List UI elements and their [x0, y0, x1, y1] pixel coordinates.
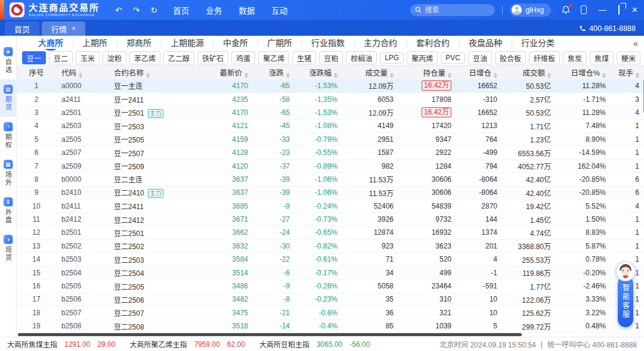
column-header[interactable]: 最新价 — [209, 66, 256, 79]
sidebar-item[interactable]: $外盘 — [0, 192, 17, 229]
table-row[interactable]: 16b2505豆二25053486-9-0.26%505823464-5911.… — [17, 279, 644, 293]
table-row[interactable]: 14b2503豆二25033584-22-0.61%715204255.53万0… — [17, 253, 644, 266]
exchange-tab[interactable]: 套利合约 — [407, 36, 459, 51]
commodity-pill[interactable]: 豆二 — [49, 51, 73, 64]
column-header[interactable]: 合约名称 — [109, 66, 209, 79]
maximize-button[interactable] — [618, 5, 620, 14]
sidebar-item[interactable]: ★自选 — [0, 42, 17, 79]
table-row[interactable]: 13b2502豆二25023632-30-0.82%92336232013368… — [17, 240, 644, 253]
page-tab[interactable]: 首页 — [5, 21, 39, 36]
table-row[interactable]: 5a2505豆一25054159-33-0.79%295193477641.23… — [17, 133, 644, 146]
commodity-pill[interactable]: 鸡蛋 — [231, 51, 255, 64]
sidebar-item[interactable]: ◑现货 — [0, 229, 17, 267]
cell-code: b2412 — [56, 213, 109, 226]
column-header[interactable]: 代码 — [56, 66, 109, 79]
table-row[interactable]: 19b2508豆二25083518-14-0.4%8510395299.72万0… — [17, 319, 644, 333]
exchange-tab[interactable]: 中金所 — [213, 36, 258, 51]
index-item[interactable]: 大商所焦煤主指1291.0029.00 — [7, 339, 115, 349]
table-row[interactable]: 18b2507豆二25073475-21-0.6%3632110125.62万3… — [17, 306, 644, 319]
exchange-tab[interactable]: 上期能源 — [161, 36, 213, 51]
table-row[interactable]: 9b2410豆二2410主力3637-39-1.06%11.53万30606-8… — [17, 186, 644, 199]
commodity-pill[interactable]: 纤维板 — [529, 51, 560, 64]
column-header[interactable]: 持仓量 — [402, 66, 460, 79]
table-row[interactable]: 6a2507豆一25074128-23-0.55%15872922-499655… — [17, 146, 644, 159]
refresh-icon[interactable]: ↻ — [150, 5, 157, 15]
table-row[interactable]: 7a2509豆一25094120-37-0.89%98212847944052.… — [17, 159, 644, 172]
customer-service-widget[interactable]: 智能客服 — [615, 261, 636, 327]
commodity-pill[interactable]: 聚乙烯 — [258, 51, 289, 64]
exchange-tab[interactable]: 行业分类 — [512, 36, 564, 51]
commodity-pill[interactable]: 粳米 — [617, 51, 640, 64]
commodity-pill[interactable]: LPG — [380, 52, 404, 64]
collapse-icon[interactable]: « — [633, 38, 638, 48]
topnav-item[interactable]: 业务 — [206, 4, 222, 16]
commodity-pill[interactable]: 乙二醇 — [163, 51, 194, 64]
commodity-pill[interactable]: 胶合板 — [495, 51, 526, 64]
table-row[interactable]: 11b2412豆二24123671-27-0.73%392697321441.4… — [17, 213, 644, 226]
table-row[interactable]: 17b2506豆二25063482-8-0.23%3531010122.06万3… — [17, 293, 644, 306]
column-header[interactable]: 现手 — [614, 66, 644, 79]
commodity-pill[interactable]: 焦炭 — [563, 51, 587, 64]
notification-button[interactable] — [562, 5, 570, 14]
title-bar: 大连商品交易所 DALIAN COMMODITY EXCHANGE ↶ ↷ ↻ … — [0, 0, 644, 20]
exchange-tab[interactable]: 广期所 — [258, 36, 302, 51]
sidebar-item[interactable]: ◔期权 — [0, 117, 17, 154]
column-header[interactable]: 涨跌 — [256, 66, 298, 79]
table-row[interactable]: 3a2501豆一2501主力4170-65-1.53%12.09万16.42万1… — [17, 106, 644, 119]
search-input[interactable] — [425, 6, 484, 14]
commodity-pill[interactable]: 棕榈油 — [346, 51, 377, 64]
exchange-tab[interactable]: 大商所 — [29, 36, 73, 51]
forward-icon[interactable]: ↷ — [133, 5, 140, 15]
column-header[interactable]: 日增仓 — [460, 66, 506, 79]
table-row[interactable]: 15b2504豆二25043514-6-0.17%34499-1119.86万-… — [17, 266, 644, 279]
commodity-pill[interactable]: 聚丙烯 — [407, 51, 438, 64]
topnav-item[interactable]: 首页 — [173, 4, 189, 16]
commodity-tab-row: 豆一豆二玉米淀粉苯乙烯乙二醇铁矿石鸡蛋聚乙烯生猪豆粕棕榈油LPG聚丙烯PVC豆油… — [17, 51, 644, 66]
column-header[interactable]: 成交额 — [506, 66, 559, 79]
service-pill[interactable]: 智能客服 — [618, 276, 633, 327]
column-header[interactable]: 涨跌幅 — [298, 66, 346, 79]
quotes-table-wrap: 序号代码合约名称最新价涨跌涨跌幅成交量持仓量日增仓成交额日增仓%现手 1a000… — [17, 66, 644, 337]
commodity-pill[interactable]: PVC — [441, 52, 465, 64]
horizontal-scrollbar[interactable] — [18, 333, 522, 336]
minimize-button[interactable]: — — [599, 5, 606, 14]
table-row[interactable]: 10b2411豆二24113685-9-0.24%524065483928701… — [17, 200, 644, 213]
table-row[interactable]: 2a2411豆一24114235-58-1.35%605317808-3102.… — [17, 92, 644, 105]
commodity-pill[interactable]: 淀粉 — [103, 51, 126, 64]
back-icon[interactable]: ↶ — [115, 5, 122, 15]
commodity-pill[interactable]: 苯乙烯 — [129, 51, 160, 64]
exchange-tab[interactable]: 夜盘品种 — [459, 36, 512, 51]
commodity-pill[interactable]: 豆一 — [22, 51, 46, 64]
commodity-pill[interactable]: 豆油 — [468, 51, 492, 64]
user-chip[interactable]: glHxg — [510, 4, 551, 17]
exchange-tab[interactable]: 主力合约 — [354, 36, 407, 51]
column-header[interactable]: 成交量 — [346, 66, 402, 79]
index-item[interactable]: 大商所豆粕主指3065.00-56.00 — [259, 339, 370, 349]
close-button[interactable]: ✕ — [631, 5, 638, 14]
table-row[interactable]: 8b0000豆二主连3637-39-1.06%11.53万30606-80644… — [17, 173, 644, 186]
table-row[interactable]: 12b2501豆二25013662-24-0.65%12874169321374… — [17, 226, 644, 239]
cell-name: 豆二2502 — [109, 240, 209, 253]
search-box[interactable] — [410, 4, 495, 16]
commodity-pill[interactable]: 铁矿石 — [197, 51, 228, 64]
mobile-app-button[interactable] — [581, 5, 587, 14]
commodity-pill[interactable]: 豆粕 — [319, 51, 343, 64]
topnav-item[interactable]: 数据 — [239, 4, 255, 16]
table-row[interactable]: 4a2503豆一25034121-45-1.08%41491742012131.… — [17, 119, 644, 132]
sidebar-item[interactable]: ▤期货 — [0, 79, 17, 117]
commodity-pill[interactable]: 焦煤 — [590, 51, 614, 64]
exchange-tab[interactable]: 行业指数 — [302, 36, 354, 51]
commodity-pill[interactable]: 生猪 — [292, 51, 316, 64]
index-item[interactable]: 大商所聚乙烯主指7959.0062.00 — [129, 339, 244, 349]
commodity-pill[interactable]: 玉米 — [76, 51, 100, 64]
topnav-item[interactable]: 互动 — [271, 4, 287, 16]
column-header[interactable]: 日增仓% — [559, 66, 614, 79]
sidebar-item[interactable]: ▦场外 — [0, 154, 17, 192]
page-tab[interactable]: 行情× — [42, 21, 85, 36]
table-row[interactable]: 1a0000豆一主连4170-65-1.53%12.09万16.42万16652… — [17, 79, 644, 92]
cell-oi-change: -591 — [460, 279, 506, 293]
exchange-tab[interactable]: 郑商所 — [117, 36, 161, 51]
column-header-label: 日增仓% — [571, 69, 600, 77]
tab-close-icon[interactable]: × — [72, 24, 76, 33]
exchange-tab[interactable]: 上期所 — [73, 36, 117, 51]
